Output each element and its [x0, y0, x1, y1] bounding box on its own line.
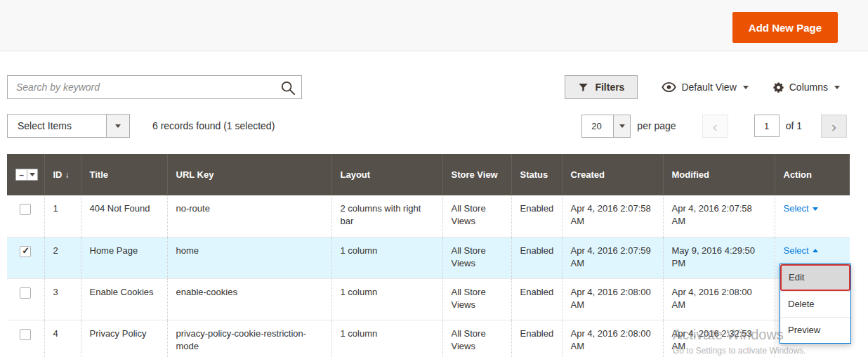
cell-modified: Apr 4, 2016 2:08:00 AM: [663, 278, 775, 320]
cell-store-view: All Store Views: [442, 278, 511, 320]
total-pages-label: of 1: [786, 120, 802, 131]
cell-created: Apr 4, 2016 2:08:00 AM: [562, 320, 663, 357]
cell-title: 404 Not Found: [81, 195, 167, 237]
cell-id: 2: [44, 237, 81, 278]
cell-layout: 1 column: [331, 278, 442, 320]
table-header-row: – ID↓ Title URL Key Layout Store View St…: [7, 154, 850, 195]
cell-url-key: enable-cookies: [167, 278, 331, 320]
cell-modified: Apr 4, 2016 2:32:53 AM: [663, 320, 775, 357]
row-checkbox-cell: [7, 237, 44, 278]
cell-status: Enabled: [511, 320, 562, 357]
table-row: 3 Enable Cookies enable-cookies 1 column…: [7, 278, 850, 320]
next-page-button[interactable]: ›: [821, 115, 847, 138]
cell-store-view: All Store Views: [442, 320, 511, 357]
cell-created: Apr 4, 2016 2:07:59 AM: [562, 237, 663, 278]
search-button[interactable]: [279, 79, 297, 96]
columns-dropdown[interactable]: Columns: [772, 82, 840, 93]
cell-status: Enabled: [511, 237, 562, 278]
previous-page-button[interactable]: ‹: [702, 115, 728, 138]
cell-url-key: home: [167, 237, 331, 278]
default-view-label: Default View: [681, 82, 736, 93]
chevron-right-icon: ›: [831, 119, 836, 134]
chevron-down-icon: [27, 173, 37, 176]
chevron-down-icon: [106, 115, 129, 137]
row-checkbox-cell: [7, 320, 44, 357]
records-count: 6 records found (1 selected): [152, 120, 275, 131]
pagination-controls: 20 per page ‹ of 1 ›: [581, 115, 847, 138]
default-view-dropdown[interactable]: Default View: [662, 82, 748, 93]
header-select-all: –: [7, 154, 44, 195]
action-menu: Edit Delete Preview: [780, 264, 851, 344]
per-page-label: per page: [637, 120, 676, 131]
eye-icon: [662, 82, 676, 92]
cell-url-key: no-route: [167, 195, 331, 237]
filter-icon: [578, 82, 588, 93]
toolbar-right-group: Filters Default View Columns: [565, 75, 840, 99]
header-status[interactable]: Status: [511, 154, 562, 195]
cms-pages-grid-page: Add New Page: [0, 0, 868, 357]
cell-title: Enable Cookies: [81, 278, 167, 320]
cell-created: Apr 4, 2016 2:08:00 AM: [562, 278, 663, 320]
action-menu-item-edit[interactable]: Edit: [780, 264, 850, 291]
action-menu-item-preview[interactable]: Preview: [780, 317, 850, 343]
chevron-down-icon: [613, 115, 630, 137]
header-created[interactable]: Created: [562, 154, 663, 195]
row-checkbox[interactable]: [20, 287, 31, 299]
cell-status: Enabled: [511, 195, 562, 237]
add-new-page-button[interactable]: Add New Page: [732, 12, 838, 43]
row-checkbox[interactable]: [20, 246, 31, 257]
cell-modified: Apr 4, 2016 2:07:58 AM: [663, 195, 775, 237]
header-modified[interactable]: Modified: [663, 154, 775, 195]
cell-title: Privacy Policy: [81, 320, 167, 357]
cell-layout: 1 column: [331, 237, 442, 278]
keyword-search-box: [7, 75, 302, 99]
row-action-select-open[interactable]: Select: [784, 245, 818, 257]
cell-id: 1: [44, 195, 81, 237]
cell-created: Apr 4, 2016 2:07:58 AM: [562, 195, 663, 237]
page-header: Add New Page: [0, 0, 868, 51]
table-row: 2 Home Page home 1 column All Store View…: [7, 237, 850, 278]
sort-desc-indicator: ↓: [65, 170, 70, 180]
header-action: Action: [775, 154, 850, 195]
cell-modified: May 9, 2016 4:29:50 PM: [663, 237, 775, 278]
table-row: 1 404 Not Found no-route 2 columns with …: [7, 195, 850, 237]
chevron-up-icon: [813, 249, 818, 252]
cell-id: 3: [44, 278, 81, 320]
row-checkbox-cell: [7, 195, 44, 237]
chevron-left-icon: ‹: [713, 119, 718, 134]
search-input[interactable]: [8, 76, 301, 98]
cell-layout: 2 columns with right bar: [331, 195, 442, 237]
chevron-down-icon: [743, 86, 749, 89]
row-checkbox[interactable]: [20, 329, 31, 340]
cell-status: Enabled: [511, 278, 562, 320]
header-url-key[interactable]: URL Key: [167, 154, 331, 195]
cell-title: Home Page: [81, 237, 167, 278]
filters-label: Filters: [595, 82, 624, 93]
cms-pages-table: – ID↓ Title URL Key Layout Store View St…: [7, 154, 850, 357]
cell-url-key: privacy-policy-cookie-restriction-mode: [167, 320, 331, 357]
row-checkbox-cell: [7, 278, 44, 320]
table-row: 4 Privacy Policy privacy-policy-cookie-r…: [7, 320, 850, 357]
action-menu-item-delete[interactable]: Delete: [780, 291, 850, 317]
header-title[interactable]: Title: [81, 154, 167, 195]
select-all-checkbox: –: [16, 170, 27, 180]
header-store-view[interactable]: Store View: [442, 154, 511, 195]
select-items-dropdown[interactable]: Select Items: [7, 114, 130, 138]
grid-toolbar: Filters Default View Columns: [7, 75, 861, 99]
header-layout[interactable]: Layout: [331, 154, 442, 195]
cell-store-view: All Store Views: [442, 237, 511, 278]
per-page-select[interactable]: 20: [581, 115, 631, 138]
current-page-input[interactable]: [754, 115, 780, 137]
gear-icon: [772, 82, 784, 93]
chevron-down-icon: [834, 86, 840, 89]
cell-store-view: All Store Views: [442, 195, 511, 237]
grid-content: Filters Default View Columns: [0, 75, 868, 357]
header-id[interactable]: ID↓: [44, 154, 81, 195]
row-checkbox[interactable]: [20, 204, 31, 215]
search-icon: [281, 81, 295, 95]
chevron-down-icon: [813, 207, 818, 211]
select-all-dropdown[interactable]: –: [15, 169, 38, 181]
select-items-label: Select Items: [8, 115, 106, 137]
filters-button[interactable]: Filters: [565, 75, 638, 99]
row-action-select[interactable]: Select: [784, 202, 818, 215]
